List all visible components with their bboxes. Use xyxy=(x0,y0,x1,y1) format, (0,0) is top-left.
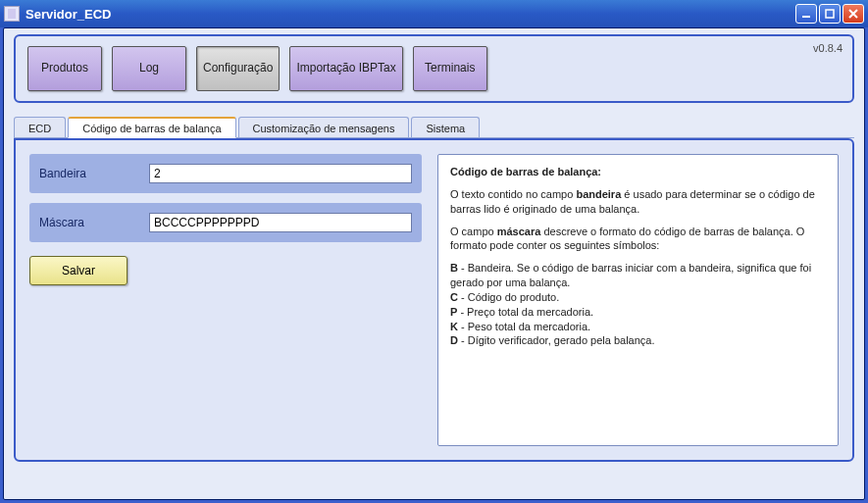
version-label: v0.8.4 xyxy=(813,42,842,54)
svg-rect-0 xyxy=(802,16,810,18)
bandeira-label: Bandeira xyxy=(39,167,137,180)
tab-customizacao[interactable]: Customização de mensagens xyxy=(238,117,410,138)
toolbar-log-button[interactable]: Log xyxy=(112,46,186,91)
bandeira-input[interactable] xyxy=(149,164,412,183)
mascara-input[interactable] xyxy=(149,213,412,232)
close-icon xyxy=(847,8,859,20)
client-area: v0.8.4 Produtos Log Configuração Importa… xyxy=(3,27,865,500)
help-panel: Código de barras de balança: O texto con… xyxy=(437,154,839,446)
toolbar-configuracao-button[interactable]: Configuração xyxy=(196,46,280,91)
toolbar-produtos-button[interactable]: Produtos xyxy=(27,46,102,91)
help-paragraph-mascara: O campo máscara descreve o formato do có… xyxy=(450,225,826,254)
toolbar-panel: v0.8.4 Produtos Log Configuração Importa… xyxy=(14,34,854,103)
save-button[interactable]: Salvar xyxy=(29,256,128,285)
app-icon xyxy=(4,6,20,22)
help-paragraph-bandeira: O texto contido no campo bandeira é usad… xyxy=(450,187,826,217)
field-row-bandeira: Bandeira xyxy=(29,154,422,193)
field-row-mascara: Máscara xyxy=(29,203,422,242)
help-legend-b: B - Bandeira. Se o código de barras inic… xyxy=(450,261,826,290)
content-panel: Bandeira Máscara Salvar Código de barras… xyxy=(14,138,854,462)
help-title: Código de barras de balança: xyxy=(450,165,826,179)
svg-rect-1 xyxy=(826,10,834,18)
help-legend-k: K - Peso total da mercadoria. xyxy=(450,320,826,334)
window-controls xyxy=(795,4,864,24)
titlebar: Servidor_ECD xyxy=(0,0,868,27)
window-title: Servidor_ECD xyxy=(26,7,795,22)
tab-bar: ECD Código de barras de balança Customiz… xyxy=(14,117,854,138)
tab-sistema[interactable]: Sistema xyxy=(411,117,480,138)
maximize-icon xyxy=(824,8,836,20)
toolbar-terminais-button[interactable]: Terminais xyxy=(413,46,487,91)
close-button[interactable] xyxy=(842,4,864,24)
tab-ecd[interactable]: ECD xyxy=(14,117,66,138)
minimize-button[interactable] xyxy=(795,4,817,24)
toolbar-importacao-button[interactable]: Importação IBPTax xyxy=(289,46,402,91)
help-legend-d: D - Dígito verificador, gerado pela bala… xyxy=(450,333,826,348)
help-legend-c: C - Código do produto. xyxy=(450,290,826,305)
maximize-button[interactable] xyxy=(819,4,841,24)
form-column: Bandeira Máscara Salvar xyxy=(29,154,422,446)
help-legend-p: P - Preço total da mercadoria. xyxy=(450,305,826,320)
minimize-icon xyxy=(800,8,812,20)
mascara-label: Máscara xyxy=(39,216,137,229)
tab-codigo-barras[interactable]: Código de barras de balança xyxy=(68,117,235,138)
